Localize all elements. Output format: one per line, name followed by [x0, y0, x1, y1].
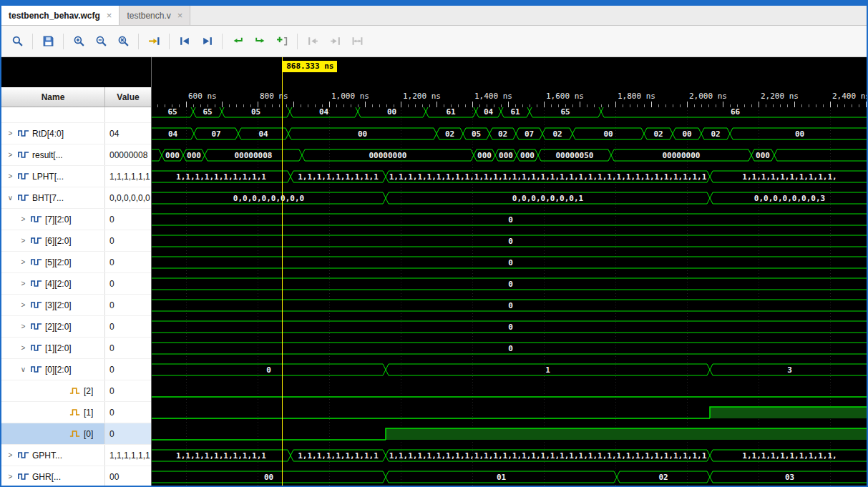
wave-row-lpht[interactable]: 1,1,1,1,1,1,1,1,1,11,1,1,1,1,1,1,1,11,1,… — [152, 171, 867, 182]
wave-row-bht5[interactable]: 0 — [152, 257, 867, 268]
signal-name-cell[interactable]: [1] — [1, 402, 105, 423]
wave-row-bht1[interactable]: 0 — [152, 343, 867, 354]
collapsed-expander-icon[interactable]: > — [19, 344, 28, 352]
signal-name-cell[interactable]: >[2][2:0] — [1, 316, 105, 337]
go-to-time-button[interactable] — [144, 31, 164, 51]
time-ruler[interactable]: 600 ns800 ns1,000 ns1,200 ns1,400 ns1,60… — [152, 87, 867, 107]
signal-name-cell[interactable]: >RtD[4:0] — [1, 123, 105, 144]
tab-close-icon[interactable]: × — [177, 10, 183, 21]
signal-row-bit0[interactable]: [0]0 — [1, 423, 151, 445]
collapsed-expander-icon[interactable]: > — [6, 151, 15, 159]
signal-name-cell[interactable]: >LPHT[... — [1, 166, 105, 187]
signal-row-ghr[interactable]: >GHR[...00 — [1, 466, 151, 486]
collapsed-expander-icon[interactable]: > — [6, 129, 15, 137]
find-button[interactable] — [7, 31, 27, 51]
collapsed-expander-icon[interactable]: > — [19, 301, 28, 309]
bus-signal-icon — [18, 151, 29, 159]
next-transition-button[interactable] — [197, 31, 217, 51]
window-titlebar[interactable] — [1, 0, 867, 6]
signal-name-cell[interactable]: >[3][2:0] — [1, 295, 105, 315]
bus-value-label: 02 — [498, 129, 507, 139]
collapsed-expander-icon[interactable]: > — [6, 451, 15, 459]
wave-row-ghr[interactable]: 00010203 — [152, 471, 867, 483]
signal-row-lpht[interactable]: >LPHT[...1,1,1,1,1,1 — [1, 166, 151, 187]
name-column-header[interactable]: Name — [1, 87, 105, 107]
collapsed-expander-icon[interactable]: > — [19, 323, 28, 330]
zoom-fit-button[interactable] — [113, 31, 133, 51]
signal-row-result[interactable]: >result[...00000008 — [1, 144, 151, 166]
waveform-canvas[interactable]: 6565050400610461656604070400020502070200… — [152, 107, 867, 486]
wave-row-gpht[interactable]: 1,1,1,1,1,1,1,1,1,11,1,1,1,1,1,1,1,11,1,… — [152, 450, 867, 461]
signal-row-rtd[interactable]: >RtD[4:0]04 — [1, 123, 151, 144]
signal-name-cell[interactable]: [0] — [1, 423, 105, 444]
signal-row-bht3[interactable]: >[3][2:0]0 — [1, 295, 151, 316]
signal-name-cell[interactable]: >result[... — [1, 144, 105, 165]
swap-cursor-left-button[interactable] — [228, 31, 248, 51]
wave-row-bht6[interactable]: 0 — [152, 235, 867, 247]
signal-name-label: LPHT[... — [32, 172, 64, 182]
tab-testbench-behav-wcfg[interactable]: testbench_behav.wcfg × — [1, 6, 120, 25]
wave-row-bht[interactable]: 0,0,0,0,0,0,0,00,0,0,0,0,0,0,10,0,0,0,0,… — [152, 192, 867, 204]
signal-name-cell[interactable]: >[1][2:0] — [1, 338, 105, 358]
signal-name-cell[interactable]: >[7][2:0] — [1, 209, 105, 230]
time-cursor-line[interactable] — [282, 57, 283, 486]
expanded-expander-icon[interactable]: ∨ — [6, 194, 15, 202]
previous-edge-button-disabled[interactable] — [303, 31, 323, 51]
swap-cursor-right-button[interactable] — [250, 31, 270, 51]
value-column-header[interactable]: Value — [105, 87, 151, 107]
signal-row-bht2[interactable]: >[2][2:0]0 — [1, 316, 151, 338]
bus-value-label: 0 — [508, 344, 513, 353]
wave-row-rtd[interactable]: 0407040002050207020002000200 — [152, 128, 867, 139]
signal-row-bht5[interactable]: >[5][2:0]0 — [1, 252, 151, 273]
wave-row-bht0[interactable]: 013 — [152, 364, 867, 375]
add-marker-button[interactable] — [272, 31, 292, 51]
save-button[interactable] — [38, 31, 58, 51]
signal-row-bht7[interactable]: >[7][2:0]0 — [1, 209, 151, 230]
signal-name-cell[interactable]: >[5][2:0] — [1, 252, 105, 272]
waveform-panel[interactable]: 600 ns800 ns1,000 ns1,200 ns1,400 ns1,60… — [152, 57, 867, 486]
zoom-out-button[interactable] — [91, 31, 111, 51]
signal-row-bht1[interactable]: >[1][2:0]0 — [1, 338, 151, 359]
signal-name-cell[interactable]: >GHR[... — [1, 466, 105, 486]
collapsed-expander-icon[interactable]: > — [19, 258, 28, 266]
wave-row-bit1[interactable] — [152, 407, 867, 418]
bus-signal-icon — [18, 451, 29, 459]
expanded-expander-icon[interactable]: ∨ — [19, 365, 28, 373]
wave-row-bht3[interactable]: 0 — [152, 300, 867, 311]
collapsed-expander-icon[interactable]: > — [6, 172, 15, 180]
signal-name-cell[interactable]: ∨BHT[7... — [1, 187, 105, 208]
signal-name-cell[interactable]: ∨[0][2:0] — [1, 359, 105, 380]
signal-row-bht[interactable]: ∨BHT[7...0,0,0,0,0,0 — [1, 187, 151, 209]
signal-name-cell[interactable]: >[4][2:0] — [1, 273, 105, 294]
signal-row-bit2[interactable]: [2]0 — [1, 380, 151, 402]
signal-row-bht0[interactable]: ∨[0][2:0]0 — [1, 359, 151, 380]
wave-row-bht4[interactable]: 0 — [152, 278, 867, 290]
signal-row-partial-top[interactable] — [1, 107, 151, 123]
signal-name-cell[interactable]: >GPHT... — [1, 445, 105, 466]
next-edge-button-disabled[interactable] — [325, 31, 345, 51]
tab-close-icon[interactable]: × — [107, 10, 112, 21]
wave-row-bht2[interactable]: 0 — [152, 321, 867, 333]
previous-transition-button[interactable] — [175, 31, 195, 51]
wave-row-bht7[interactable]: 0 — [152, 214, 867, 225]
wave-row-result[interactable]: 0000000000000800000000000000000000000500… — [152, 149, 867, 161]
collapsed-expander-icon[interactable]: > — [19, 215, 28, 223]
time-tick-label: 2,000 ns — [689, 92, 727, 101]
wave-row-partial-top[interactable]: 65650504006104616566 — [152, 107, 867, 117]
toolbar-separator — [63, 34, 64, 49]
signal-row-bht6[interactable]: >[6][2:0]0 — [1, 230, 151, 252]
signal-name-cell[interactable]: >[6][2:0] — [1, 230, 105, 251]
collapsed-expander-icon[interactable]: > — [19, 237, 28, 245]
signal-row-bht4[interactable]: >[4][2:0]0 — [1, 273, 151, 295]
collapsed-expander-icon[interactable]: > — [19, 280, 28, 287]
collapsed-expander-icon[interactable]: > — [6, 473, 15, 481]
cursor-time-label[interactable]: 868.333 ns — [283, 61, 337, 72]
tab-testbench-v[interactable]: testbench.v × — [120, 6, 190, 25]
signal-row-bit1[interactable]: [1]0 — [1, 402, 151, 423]
signal-name-cell[interactable] — [1, 107, 105, 122]
wave-row-bit0[interactable] — [152, 428, 867, 440]
span-markers-button-disabled[interactable] — [347, 31, 367, 51]
signal-name-cell[interactable]: [2] — [1, 380, 105, 401]
zoom-in-button[interactable] — [69, 31, 89, 51]
signal-row-gpht[interactable]: >GPHT...1,1,1,1,1,1 — [1, 445, 151, 466]
